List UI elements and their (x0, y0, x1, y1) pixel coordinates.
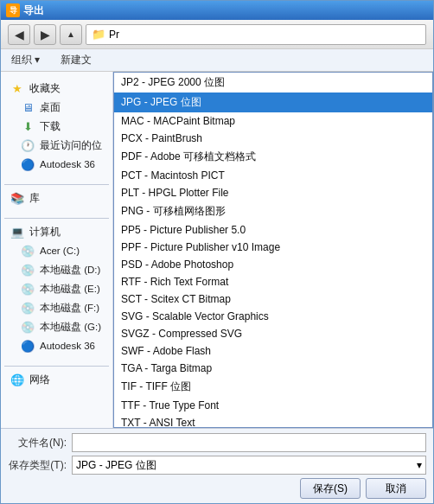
format-dropdown-container: JP2 - JPEG 2000 位图JPG - JPEG 位图MAC - MAC… (113, 72, 433, 428)
sidebar-item-library[interactable]: 📚 库 (4, 188, 109, 207)
sidebar: ★ 收藏夹 🖥 桌面 ⬇ 下载 🕐 最近访问的位 🔵 Autodesk (1, 72, 113, 428)
dropdown-item[interactable]: SVG - Scalable Vector Graphics (114, 308, 432, 325)
sidebar-label: 本地磁盘 (G:) (40, 321, 101, 334)
sidebar-label: Autodesk 36 (40, 159, 95, 169)
sidebar-item-recent[interactable]: 🕐 最近访问的位 (4, 136, 109, 155)
filetype-label: 保存类型(T): (8, 458, 67, 473)
drive-f-icon: 💿 (20, 301, 35, 315)
sidebar-label: 计算机 (29, 226, 61, 239)
sidebar-computer: 💻 计算机 💿 Acer (C:) 💿 本地磁盘 (D:) 💿 本地磁盘 (E:… (4, 222, 109, 355)
sidebar-divider2 (4, 218, 109, 219)
dropdown-item[interactable]: JPG - JPEG 位图 (114, 93, 432, 112)
dropdown-item[interactable]: PCT - Macintosh PICT (114, 167, 432, 184)
sidebar-label: 最近访问的位 (40, 139, 102, 152)
dropdown-item[interactable]: JP2 - JPEG 2000 位图 (114, 73, 432, 93)
dropdown-item[interactable]: PNG - 可移植网络图形 (114, 201, 432, 221)
dropdown-item[interactable]: PCX - PaintBrush (114, 130, 432, 147)
up-button[interactable]: ▲ (60, 24, 82, 45)
dropdown-item[interactable]: PSD - Adobe Photoshop (114, 256, 432, 273)
filename-label: 文件名(N): (8, 436, 67, 450)
address-bar: 📁 Pr (86, 24, 426, 45)
clock-icon: 🕐 (20, 138, 35, 152)
dropdown-item[interactable]: PPF - Picture Publisher v10 Image (114, 239, 432, 256)
dropdown-item[interactable]: SVGZ - Compressed SVG (114, 325, 432, 342)
dropdown-item[interactable]: TTF - True Type Font (114, 397, 432, 414)
back-button[interactable]: ◀ (8, 24, 30, 45)
drive-c-icon: 💿 (20, 244, 35, 258)
sidebar-label: 桌面 (40, 101, 61, 114)
dropdown-item[interactable]: MAC - MACPaint Bitmap (114, 112, 432, 130)
sidebar-divider1 (4, 184, 109, 185)
menubar: 组织 ▾ 新建文 (1, 49, 433, 72)
dropdown-item[interactable]: PP5 - Picture Publisher 5.0 (114, 221, 432, 239)
sidebar-item-autodesk1[interactable]: 🔵 Autodesk 36 (4, 155, 109, 174)
sidebar-label: Acer (C:) (40, 246, 80, 256)
bottom-buttons: 保存(S) 取消 (8, 478, 426, 499)
export-window: 导 导出 ◀ ▶ ▲ 📁 Pr 组织 ▾ 新建文 ★ 收藏夹 (0, 0, 434, 504)
dropdown-item[interactable]: RTF - Rich Text Format (114, 273, 432, 290)
dropdown-item[interactable]: PLT - HPGL Plotter File (114, 184, 432, 201)
library-icon: 📚 (10, 191, 25, 205)
sidebar-item-drive-g[interactable]: 💿 本地磁盘 (G:) (4, 317, 109, 336)
dropdown-item[interactable]: SWF - Adobe Flash (114, 342, 432, 360)
toolbar: ◀ ▶ ▲ 📁 Pr (1, 20, 433, 49)
bottom-bar: 文件名(N): 保存类型(T): JPG - JPEG 位图 ▾ 保存(S) 取… (1, 428, 433, 503)
filetype-value: JPG - JPEG 位图 (76, 458, 156, 473)
organize-menu[interactable]: 组织 ▾ (8, 51, 43, 69)
dropdown-item[interactable]: TXT - ANSI Text (114, 414, 432, 428)
address-text: Pr (109, 29, 119, 41)
sidebar-item-drive-d[interactable]: 💿 本地磁盘 (D:) (4, 260, 109, 279)
dropdown-item[interactable]: SCT - Scitex CT Bitmap (114, 290, 432, 308)
sidebar-item-drive-e[interactable]: 💿 本地磁盘 (E:) (4, 279, 109, 298)
star-icon: ★ (10, 81, 25, 95)
title-bar: 导 导出 (1, 1, 433, 20)
sidebar-item-favorites[interactable]: ★ 收藏夹 (4, 79, 109, 98)
sidebar-item-drive-c[interactable]: 💿 Acer (C:) (4, 241, 109, 260)
new-menu[interactable]: 新建文 (57, 51, 95, 69)
sidebar-label: Autodesk 36 (40, 341, 95, 351)
computer-icon: 💻 (10, 225, 25, 239)
sidebar-divider3 (4, 366, 109, 367)
network-icon: 🌐 (10, 373, 25, 386)
filetype-select[interactable]: JPG - JPEG 位图 ▾ (72, 456, 426, 475)
dropdown-arrow-icon: ▾ (417, 459, 422, 471)
format-dropdown-list[interactable]: JP2 - JPEG 2000 位图JPG - JPEG 位图MAC - MAC… (113, 72, 433, 428)
sidebar-label: 本地磁盘 (D:) (40, 264, 100, 277)
file-area: JP2 - JPEG 2000 位图JPG - JPEG 位图MAC - MAC… (113, 72, 433, 428)
dropdown-item[interactable]: TGA - Targa Bitmap (114, 360, 432, 377)
sidebar-label: 库 (29, 192, 40, 205)
sidebar-label: 收藏夹 (29, 82, 61, 95)
window-icon: 导 (6, 3, 20, 17)
sidebar-item-drive-f[interactable]: 💿 本地磁盘 (F:) (4, 298, 109, 317)
filename-row: 文件名(N): (8, 433, 426, 452)
autodesk-icon: 🔵 (20, 157, 35, 171)
folder-icon: 📁 (92, 28, 105, 41)
filetype-row: 保存类型(T): JPG - JPEG 位图 ▾ (8, 456, 426, 475)
forward-button[interactable]: ▶ (34, 24, 56, 45)
drive-d-icon: 💿 (20, 263, 35, 277)
window-title: 导出 (23, 3, 44, 18)
sidebar-library: 📚 库 (4, 188, 109, 207)
sidebar-favorites: ★ 收藏夹 🖥 桌面 ⬇ 下载 🕐 最近访问的位 🔵 Autodesk (4, 79, 109, 174)
dropdown-item[interactable]: TIF - TIFF 位图 (114, 377, 432, 397)
sidebar-label: 网络 (29, 373, 50, 386)
sidebar-item-computer[interactable]: 💻 计算机 (4, 222, 109, 241)
autodesk2-icon: 🔵 (20, 339, 35, 353)
sidebar-network: 🌐 网络 (4, 370, 109, 389)
sidebar-label: 本地磁盘 (F:) (40, 302, 99, 315)
sidebar-item-downloads[interactable]: ⬇ 下载 (4, 117, 109, 136)
drive-g-icon: 💿 (20, 320, 35, 334)
main-content: ★ 收藏夹 🖥 桌面 ⬇ 下载 🕐 最近访问的位 🔵 Autodesk (1, 72, 433, 428)
save-button[interactable]: 保存(S) (300, 478, 361, 499)
monitor-icon: 🖥 (20, 100, 35, 114)
sidebar-label: 下载 (40, 120, 61, 133)
dropdown-item[interactable]: PDF - Adobe 可移植文档格式 (114, 147, 432, 167)
sidebar-item-desktop[interactable]: 🖥 桌面 (4, 98, 109, 117)
sidebar-item-network[interactable]: 🌐 网络 (4, 370, 109, 389)
download-icon: ⬇ (20, 119, 35, 133)
cancel-button[interactable]: 取消 (366, 478, 426, 499)
sidebar-item-autodesk2[interactable]: 🔵 Autodesk 36 (4, 336, 109, 355)
filename-input[interactable] (72, 433, 426, 452)
drive-e-icon: 💿 (20, 282, 35, 296)
sidebar-label: 本地磁盘 (E:) (40, 283, 100, 296)
